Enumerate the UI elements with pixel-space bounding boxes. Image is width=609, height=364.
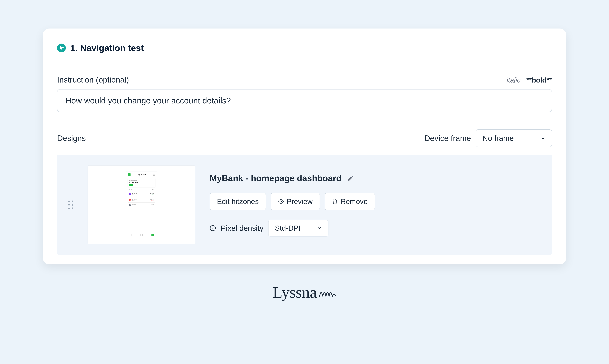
tx-name: 26,895325 bbox=[132, 193, 149, 194]
eye-icon bbox=[278, 199, 284, 204]
italic-hint: _italic_ bbox=[503, 76, 524, 84]
phone-mockup: My Wallet Total Balance $149.868 ▲ Sort … bbox=[126, 171, 157, 238]
drag-handle-icon[interactable] bbox=[68, 201, 73, 209]
tx-amount: $4,589 bbox=[151, 204, 154, 206]
tx-amount: $44,724 bbox=[150, 199, 154, 200]
instruction-label: Instruction (optional) bbox=[57, 75, 129, 84]
pencil-icon[interactable] bbox=[347, 175, 354, 182]
tx-sub: $0.01 bbox=[132, 194, 149, 195]
phone-footer bbox=[128, 233, 155, 236]
section-header: 1. Navigation test bbox=[57, 43, 552, 53]
design-name: MyBank - homepage dashboard bbox=[210, 173, 341, 183]
pixel-density-select[interactable]: Std-DPI bbox=[268, 220, 329, 236]
navigation-test-card: 1. Navigation test Instruction (optional… bbox=[43, 28, 566, 264]
preview-button[interactable]: Preview bbox=[271, 193, 320, 210]
coin-icon bbox=[129, 199, 131, 201]
balance-amount: $149.868 bbox=[129, 181, 154, 184]
design-details: MyBank - homepage dashboard Edit hitzone… bbox=[210, 173, 541, 236]
pixel-density-value: Std-DPI bbox=[275, 224, 300, 232]
hamburger-icon bbox=[153, 174, 155, 176]
sort-value: Last 24H ▾ bbox=[150, 189, 155, 191]
chevron-down-icon bbox=[317, 226, 322, 230]
remove-button[interactable]: Remove bbox=[325, 193, 375, 210]
section-title: 1. Navigation test bbox=[70, 43, 144, 53]
svg-point-0 bbox=[280, 201, 282, 202]
designs-header: Designs Device frame No frame bbox=[57, 130, 552, 147]
designs-label: Designs bbox=[57, 134, 86, 143]
footer-icon bbox=[140, 234, 143, 236]
device-frame-group: Device frame No frame bbox=[424, 130, 552, 147]
transaction-row: 10,769325 $3,212 $44,724 -2.32% bbox=[128, 197, 155, 203]
design-thumbnail[interactable]: My Wallet Total Balance $149.868 ▲ Sort … bbox=[87, 165, 195, 244]
tx-change: -2.32% bbox=[150, 200, 154, 201]
format-hint: _italic_ **bold** bbox=[503, 76, 552, 84]
trash-icon bbox=[332, 199, 338, 204]
pixel-density-label: Pixel density bbox=[221, 224, 263, 233]
logo-scribble-icon bbox=[319, 287, 336, 298]
design-panel: My Wallet Total Balance $149.868 ▲ Sort … bbox=[57, 155, 552, 255]
instruction-input[interactable] bbox=[57, 89, 552, 112]
transaction-row: 26,895325 $0.01 $90,709 +0.84% bbox=[128, 192, 155, 197]
device-frame-select[interactable]: No frame bbox=[476, 130, 552, 147]
device-frame-value: No frame bbox=[483, 134, 514, 143]
coin-icon bbox=[129, 193, 131, 195]
coin-icon bbox=[129, 204, 131, 206]
footer-icon bbox=[146, 234, 148, 236]
cursor-icon bbox=[57, 44, 66, 52]
pixel-density-row: Pixel density Std-DPI bbox=[210, 220, 541, 236]
footer-icon bbox=[135, 234, 137, 236]
footer-icon-active bbox=[152, 234, 154, 236]
brand-logo: Lyssna bbox=[273, 283, 336, 301]
instruction-label-row: Instruction (optional) _italic_ **bold** bbox=[57, 75, 552, 84]
tx-amount: $90,709 bbox=[150, 193, 154, 194]
transactions-list: 26,895325 $0.01 $90,709 +0.84% 10,769325… bbox=[128, 192, 155, 208]
info-icon bbox=[210, 225, 216, 231]
bold-hint: **bold** bbox=[526, 76, 552, 84]
transaction-row: 5,679,91 $0,5 $4,589 -1.02% bbox=[128, 203, 155, 208]
design-actions: Edit hitzones Preview Remove bbox=[210, 193, 541, 210]
design-name-row: MyBank - homepage dashboard bbox=[210, 173, 541, 183]
tx-name: 10,769325 bbox=[132, 199, 149, 200]
balance-badge bbox=[129, 184, 133, 186]
tx-change: +0.84% bbox=[150, 194, 154, 195]
edit-hitzones-button[interactable]: Edit hitzones bbox=[210, 193, 266, 210]
tx-change: -1.02% bbox=[151, 206, 154, 206]
app-title: My Wallet bbox=[132, 174, 152, 176]
tx-name: 5,679,91 bbox=[132, 204, 150, 206]
sort-row: ▲ Sort by Last 24H ▾ bbox=[128, 189, 155, 191]
balance-card: Total Balance $149.868 bbox=[128, 178, 155, 187]
tx-sub: $3,212 bbox=[132, 200, 149, 201]
device-frame-label: Device frame bbox=[424, 134, 471, 143]
chevron-down-icon bbox=[541, 136, 545, 141]
sort-label: ▲ Sort by bbox=[128, 189, 133, 191]
tx-sub: $0,5 bbox=[132, 206, 150, 206]
footer-icon bbox=[129, 234, 131, 236]
app-logo-icon bbox=[128, 173, 131, 176]
balance-label: Total Balance bbox=[129, 180, 154, 181]
